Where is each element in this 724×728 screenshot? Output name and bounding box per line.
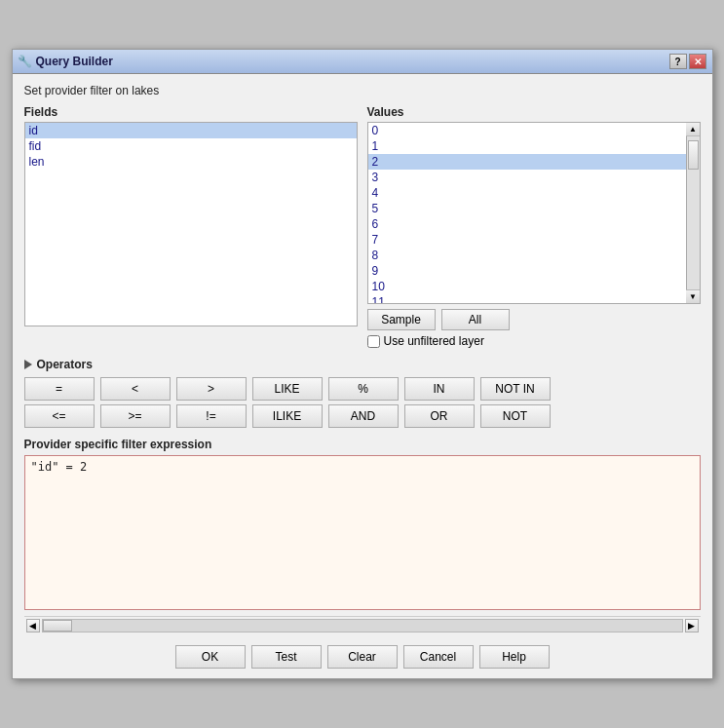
all-button[interactable]: All <box>441 309 510 330</box>
close-btn[interactable]: ✕ <box>689 54 706 69</box>
op-not-in[interactable]: NOT IN <box>480 377 551 401</box>
operators-grid: = < > LIKE % IN NOT IN <= >= != ILIKE AN… <box>24 377 701 428</box>
fields-label: Fields <box>24 105 358 119</box>
list-item[interactable]: 2 <box>368 154 686 170</box>
list-item[interactable]: 3 <box>368 170 686 185</box>
list-item[interactable]: 1 <box>368 138 686 154</box>
list-item[interactable]: 6 <box>368 216 686 232</box>
operators-section-header: Operators <box>24 358 701 371</box>
scroll-right-arrow[interactable]: ▶ <box>685 619 699 632</box>
fields-listbox[interactable]: id fid len <box>24 122 358 326</box>
op-greater[interactable]: > <box>176 377 247 401</box>
use-unfiltered-label: Use unfiltered layer <box>384 334 484 348</box>
footer-buttons: OK Test Clear Cancel Help <box>24 641 701 669</box>
filter-wrapper: "id" = 2 <box>24 455 701 610</box>
scroll-track[interactable] <box>687 136 700 289</box>
op-and[interactable]: AND <box>328 404 399 428</box>
operators-row-1: = < > LIKE % IN NOT IN <box>24 377 701 401</box>
help-title-btn[interactable]: ? <box>669 54 687 69</box>
h-scroll-thumb[interactable] <box>43 620 72 632</box>
operators-row-2: <= >= != ILIKE AND OR NOT <box>24 404 701 428</box>
list-item[interactable]: 5 <box>368 201 686 216</box>
values-buttons: Sample All <box>367 309 701 330</box>
list-item[interactable]: 10 <box>368 279 686 294</box>
op-ilike[interactable]: ILIKE <box>252 404 323 428</box>
use-unfiltered-checkbox[interactable] <box>367 335 380 348</box>
values-label: Values <box>367 105 701 119</box>
title-buttons: ? ✕ <box>669 54 706 69</box>
op-equals[interactable]: = <box>24 377 95 401</box>
list-item[interactable]: id <box>25 123 357 138</box>
op-neq[interactable]: != <box>176 404 247 428</box>
op-not[interactable]: NOT <box>480 404 551 428</box>
title-bar-left: 🔧 Query Builder <box>19 55 113 68</box>
cancel-button[interactable]: Cancel <box>403 645 474 669</box>
use-unfiltered-row: Use unfiltered layer <box>367 334 701 348</box>
window-body: Set provider filter on lakes Fields id f… <box>13 74 712 678</box>
list-item[interactable]: 7 <box>368 232 686 248</box>
list-item[interactable]: 4 <box>368 185 686 201</box>
top-panels: Fields id fid len Values 0 1 2 3 4 <box>24 105 701 348</box>
scroll-up-arrow[interactable]: ▲ <box>686 123 700 136</box>
values-panel: Values 0 1 2 3 4 5 6 7 8 9 10 11 <box>367 105 701 348</box>
title-bar: 🔧 Query Builder ? ✕ <box>13 50 712 74</box>
help-button[interactable]: Help <box>479 645 550 669</box>
list-item[interactable]: 8 <box>368 248 686 263</box>
list-item[interactable]: 0 <box>368 123 686 138</box>
filter-label: Provider specific filter expression <box>24 438 701 451</box>
subtitle: Set provider filter on lakes <box>24 84 701 97</box>
values-scrollbar[interactable]: ▲ ▼ <box>686 123 700 303</box>
values-listbox-container: 0 1 2 3 4 5 6 7 8 9 10 11 12 <box>367 122 701 304</box>
test-button[interactable]: Test <box>251 645 322 669</box>
op-gte[interactable]: >= <box>100 404 171 428</box>
op-percent[interactable]: % <box>328 377 399 401</box>
scroll-left-arrow[interactable]: ◀ <box>26 619 40 632</box>
fields-panel: Fields id fid len <box>24 105 358 348</box>
scroll-thumb[interactable] <box>688 140 699 170</box>
h-scroll-track[interactable] <box>42 619 683 632</box>
list-item[interactable]: len <box>25 154 357 170</box>
ok-button[interactable]: OK <box>175 645 246 669</box>
window-title: Query Builder <box>36 55 113 68</box>
op-or[interactable]: OR <box>404 404 475 428</box>
list-item[interactable]: 11 <box>368 294 686 303</box>
list-item[interactable]: 9 <box>368 263 686 279</box>
horizontal-scrollbar[interactable]: ◀ ▶ <box>24 616 701 633</box>
op-less[interactable]: < <box>100 377 171 401</box>
values-list[interactable]: 0 1 2 3 4 5 6 7 8 9 10 11 12 <box>368 123 686 303</box>
list-item[interactable]: fid <box>25 138 357 154</box>
window-icon: 🔧 <box>19 55 32 68</box>
sample-button[interactable]: Sample <box>367 309 436 330</box>
query-builder-window: 🔧 Query Builder ? ✕ Set provider filter … <box>12 49 713 679</box>
op-lte[interactable]: <= <box>24 404 95 428</box>
op-like[interactable]: LIKE <box>252 377 323 401</box>
scroll-down-arrow[interactable]: ▼ <box>686 289 700 303</box>
filter-expression-input[interactable]: "id" = 2 <box>27 458 698 604</box>
operators-collapse-triangle[interactable] <box>24 360 32 369</box>
clear-button[interactable]: Clear <box>327 645 398 669</box>
op-in[interactable]: IN <box>404 377 475 401</box>
operators-title: Operators <box>37 358 93 371</box>
